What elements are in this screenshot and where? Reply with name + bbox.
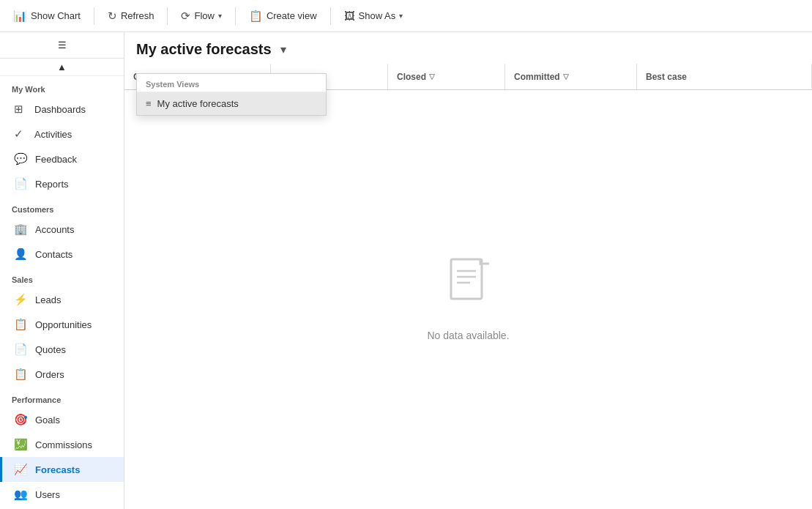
sidebar-item-reports[interactable]: 📄 Reports [0, 171, 124, 196]
sidebar-item-quotes[interactable]: 📄 Quotes [0, 337, 124, 362]
view-item-icon: ≡ [146, 98, 152, 109]
activities-label: Activities [34, 129, 72, 140]
feedback-label: Feedback [35, 154, 77, 165]
leads-icon: ⚡ [14, 293, 28, 306]
toolbar: 📊 Show Chart ↻ Refresh ⟳ Flow ▾ 📋 Create… [0, 0, 812, 32]
view-dropdown: System Views ≡ My active forecasts [136, 73, 327, 116]
show-as-icon: 🖼 [344, 10, 355, 22]
quotes-label: Quotes [35, 344, 66, 355]
feedback-icon: 💬 [14, 152, 28, 166]
opportunities-label: Opportunities [35, 319, 92, 330]
show-as-dropdown-arrow: ▾ [399, 12, 403, 20]
leads-label: Leads [35, 294, 61, 305]
performance-section-label: Performance [0, 387, 124, 407]
sidebar-item-leads[interactable]: ⚡ Leads [0, 287, 124, 312]
activities-icon: ✓ [14, 127, 27, 141]
sidebar-item-opportunities[interactable]: 📋 Opportunities [0, 312, 124, 337]
accounts-icon: 🏢 [14, 223, 28, 236]
contacts-icon: 👤 [14, 248, 28, 261]
refresh-icon: ↻ [108, 10, 117, 23]
sidebar-item-accounts[interactable]: 🏢 Accounts [0, 217, 124, 242]
sales-section-label: Sales [0, 267, 124, 287]
page-title: My active forecasts [136, 41, 272, 58]
sidebar-item-feedback[interactable]: 💬 Feedback [0, 146, 124, 171]
scroll-up-button[interactable]: ▲ [0, 59, 124, 76]
toolbar-divider-4 [330, 7, 331, 25]
toolbar-divider-2 [167, 7, 168, 25]
reports-icon: 📄 [14, 177, 28, 190]
my-work-section-label: My Work [0, 76, 124, 97]
users-label: Users [35, 489, 60, 500]
dashboards-label: Dashboards [34, 104, 86, 115]
forecasts-icon: 📈 [14, 463, 28, 476]
customers-section-label: Customers [0, 196, 124, 217]
empty-state: No data available. [124, 90, 812, 509]
flow-button[interactable]: ⟳ Flow ▾ [174, 5, 228, 27]
forecasts-label: Forecasts [35, 464, 80, 475]
goals-icon: 🎯 [14, 413, 28, 426]
refresh-button[interactable]: ↻ Refresh [100, 5, 162, 27]
flow-icon: ⟳ [181, 10, 190, 23]
accounts-label: Accounts [35, 224, 74, 235]
sidebar: ☰ ▲ My Work ⊞ Dashboards ✓ Activities 💬 … [0, 32, 124, 509]
svg-rect-0 [451, 259, 482, 299]
col-header-closed: Closed ▽ [388, 64, 505, 89]
committed-col-label: Committed [514, 72, 560, 82]
system-views-label: System Views [137, 74, 326, 92]
sidebar-item-users[interactable]: 👥 Users [0, 482, 124, 507]
no-data-icon [445, 258, 492, 318]
no-data-text: No data available. [427, 330, 509, 341]
closed-filter-icon[interactable]: ▽ [429, 73, 435, 81]
orders-icon: 📋 [14, 368, 28, 381]
commissions-icon: 💹 [14, 438, 28, 451]
main-layout: ☰ ▲ My Work ⊞ Dashboards ✓ Activities 💬 … [0, 32, 812, 509]
show-chart-button[interactable]: 📊 Show Chart [6, 5, 88, 27]
reports-label: Reports [35, 179, 69, 190]
toolbar-divider-1 [94, 7, 94, 25]
create-view-icon: 📋 [249, 10, 263, 23]
orders-label: Orders [35, 369, 64, 380]
col-header-committed: Committed ▽ [505, 64, 637, 89]
users-icon: 👥 [14, 488, 28, 501]
content-area: My active forecasts ▾ System Views ≡ My … [124, 32, 812, 509]
show-as-button[interactable]: 🖼 Show As ▾ [337, 5, 411, 26]
quotes-icon: 📄 [14, 343, 28, 356]
sidebar-item-orders[interactable]: 📋 Orders [0, 362, 124, 387]
commissions-label: Commissions [35, 439, 92, 450]
opportunities-icon: 📋 [14, 318, 28, 331]
create-view-button[interactable]: 📋 Create view [242, 5, 324, 27]
sidebar-item-goals[interactable]: 🎯 Goals [0, 407, 124, 432]
chart-icon: 📊 [13, 10, 27, 23]
sidebar-item-contacts[interactable]: 👤 Contacts [0, 242, 124, 267]
dropdown-item-my-active-forecasts[interactable]: ≡ My active forecasts [137, 92, 326, 115]
sidebar-item-forecasts[interactable]: 📈 Forecasts [0, 457, 124, 482]
contacts-label: Contacts [35, 249, 72, 260]
hamburger-button[interactable]: ☰ [0, 32, 124, 59]
chevron-up-icon: ▲ [57, 62, 67, 73]
sidebar-item-dashboards[interactable]: ⊞ Dashboards [0, 97, 124, 122]
dropdown-item-label: My active forecasts [157, 98, 239, 109]
sidebar-item-activities[interactable]: ✓ Activities [0, 122, 124, 146]
page-title-dropdown-button[interactable]: ▾ [278, 41, 289, 58]
goals-label: Goals [35, 415, 60, 426]
sidebar-item-commissions[interactable]: 💹 Commissions [0, 432, 124, 457]
committed-filter-icon[interactable]: ▽ [563, 73, 569, 81]
bestcase-col-label: Best case [646, 72, 687, 82]
hamburger-icon: ☰ [58, 40, 67, 51]
closed-col-label: Closed [397, 72, 426, 82]
toolbar-divider-3 [235, 7, 236, 25]
dashboards-icon: ⊞ [14, 103, 27, 116]
page-header: My active forecasts ▾ [124, 32, 812, 58]
col-header-bestcase: Best case [637, 64, 812, 89]
flow-dropdown-arrow: ▾ [218, 12, 222, 20]
